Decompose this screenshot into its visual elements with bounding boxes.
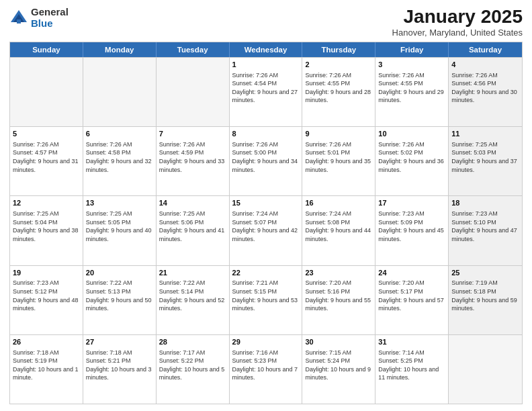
day-number: 7	[159, 129, 226, 139]
day-info: Sunrise: 7:24 AM Sunset: 5:07 PM Dayligh…	[232, 210, 300, 243]
logo-icon	[9, 9, 28, 28]
day-cell-10: 10Sunrise: 7:26 AM Sunset: 5:02 PM Dayli…	[375, 127, 449, 195]
day-cell-25: 25Sunrise: 7:19 AM Sunset: 5:18 PM Dayli…	[449, 266, 522, 334]
day-number: 10	[378, 129, 445, 139]
day-number: 21	[159, 268, 226, 278]
day-cell-31: 31Sunrise: 7:14 AM Sunset: 5:25 PM Dayli…	[375, 335, 449, 404]
day-cell-26: 26Sunrise: 7:18 AM Sunset: 5:19 PM Dayli…	[10, 335, 83, 404]
day-number: 16	[305, 198, 372, 208]
header-cell-monday: Monday	[83, 42, 157, 57]
day-cell-12: 12Sunrise: 7:25 AM Sunset: 5:04 PM Dayli…	[10, 196, 83, 265]
day-cell-7: 7Sunrise: 7:26 AM Sunset: 4:59 PM Daylig…	[157, 127, 230, 195]
logo-text: General Blue	[31, 7, 69, 29]
day-info: Sunrise: 7:20 AM Sunset: 5:17 PM Dayligh…	[378, 279, 445, 312]
day-info: Sunrise: 7:26 AM Sunset: 4:59 PM Dayligh…	[159, 140, 226, 174]
day-number: 20	[86, 268, 153, 278]
day-number: 2	[305, 60, 372, 70]
day-number: 5	[13, 129, 80, 139]
day-number: 3	[378, 60, 445, 70]
day-info: Sunrise: 7:21 AM Sunset: 5:15 PM Dayligh…	[232, 279, 300, 312]
day-number: 1	[232, 60, 300, 70]
day-info: Sunrise: 7:22 AM Sunset: 5:14 PM Dayligh…	[159, 279, 226, 312]
day-number: 13	[86, 198, 153, 208]
day-info: Sunrise: 7:26 AM Sunset: 4:56 PM Dayligh…	[451, 71, 519, 105]
day-number: 14	[159, 198, 226, 208]
day-number: 17	[378, 198, 445, 208]
day-info: Sunrise: 7:25 AM Sunset: 5:05 PM Dayligh…	[86, 210, 153, 243]
week-row-2: 5Sunrise: 7:26 AM Sunset: 4:57 PM Daylig…	[10, 126, 522, 195]
day-info: Sunrise: 7:18 AM Sunset: 5:21 PM Dayligh…	[86, 349, 153, 382]
day-cell-24: 24Sunrise: 7:20 AM Sunset: 5:17 PM Dayli…	[375, 266, 449, 334]
day-number: 9	[305, 129, 372, 139]
day-info: Sunrise: 7:25 AM Sunset: 5:03 PM Dayligh…	[451, 140, 519, 174]
header-cell-tuesday: Tuesday	[157, 42, 230, 57]
logo: General Blue	[9, 7, 69, 29]
day-cell-13: 13Sunrise: 7:25 AM Sunset: 5:05 PM Dayli…	[83, 196, 157, 265]
day-number: 28	[159, 337, 226, 347]
day-number: 23	[305, 268, 372, 278]
day-info: Sunrise: 7:26 AM Sunset: 5:02 PM Dayligh…	[378, 140, 445, 174]
day-info: Sunrise: 7:26 AM Sunset: 4:58 PM Dayligh…	[86, 140, 153, 174]
header-cell-friday: Friday	[375, 42, 449, 57]
day-info: Sunrise: 7:26 AM Sunset: 5:01 PM Dayligh…	[305, 140, 372, 174]
day-cell-16: 16Sunrise: 7:24 AM Sunset: 5:08 PM Dayli…	[302, 196, 375, 265]
day-cell-18: 18Sunrise: 7:23 AM Sunset: 5:10 PM Dayli…	[449, 196, 522, 265]
calendar-body: 1Sunrise: 7:26 AM Sunset: 4:54 PM Daylig…	[10, 57, 522, 404]
svg-rect-2	[17, 19, 21, 24]
day-cell-19: 19Sunrise: 7:23 AM Sunset: 5:12 PM Dayli…	[10, 266, 83, 334]
day-info: Sunrise: 7:26 AM Sunset: 4:55 PM Dayligh…	[378, 71, 445, 105]
logo-blue: Blue	[31, 18, 69, 30]
day-number: 15	[232, 198, 300, 208]
day-cell-29: 29Sunrise: 7:16 AM Sunset: 5:23 PM Dayli…	[230, 335, 303, 404]
day-info: Sunrise: 7:24 AM Sunset: 5:08 PM Dayligh…	[305, 210, 372, 243]
day-number: 29	[232, 337, 300, 347]
day-number: 19	[13, 268, 80, 278]
day-cell-empty	[449, 335, 522, 404]
day-cell-6: 6Sunrise: 7:26 AM Sunset: 4:58 PM Daylig…	[83, 127, 157, 195]
logo-general: General	[31, 7, 69, 18]
day-cell-23: 23Sunrise: 7:20 AM Sunset: 5:16 PM Dayli…	[302, 266, 375, 334]
day-number: 12	[13, 198, 80, 208]
day-info: Sunrise: 7:25 AM Sunset: 5:04 PM Dayligh…	[13, 210, 80, 243]
day-info: Sunrise: 7:26 AM Sunset: 4:54 PM Dayligh…	[232, 71, 300, 105]
day-info: Sunrise: 7:20 AM Sunset: 5:16 PM Dayligh…	[305, 279, 372, 312]
day-info: Sunrise: 7:26 AM Sunset: 4:55 PM Dayligh…	[305, 71, 372, 105]
day-info: Sunrise: 7:18 AM Sunset: 5:19 PM Dayligh…	[13, 349, 80, 382]
day-number: 27	[86, 337, 153, 347]
day-cell-5: 5Sunrise: 7:26 AM Sunset: 4:57 PM Daylig…	[10, 127, 83, 195]
day-cell-11: 11Sunrise: 7:25 AM Sunset: 5:03 PM Dayli…	[449, 127, 522, 195]
header-cell-thursday: Thursday	[302, 42, 375, 57]
header: General Blue January 2025 Hanover, Maryl…	[9, 7, 523, 38]
calendar-title: January 2025	[392, 7, 523, 28]
day-number: 8	[232, 129, 300, 139]
title-block: January 2025 Hanover, Maryland, United S…	[392, 7, 523, 38]
day-info: Sunrise: 7:23 AM Sunset: 5:12 PM Dayligh…	[13, 279, 80, 312]
day-info: Sunrise: 7:19 AM Sunset: 5:18 PM Dayligh…	[451, 279, 519, 312]
calendar-header: SundayMondayTuesdayWednesdayThursdayFrid…	[10, 42, 522, 57]
day-number: 6	[86, 129, 153, 139]
day-cell-17: 17Sunrise: 7:23 AM Sunset: 5:09 PM Dayli…	[375, 196, 449, 265]
day-info: Sunrise: 7:25 AM Sunset: 5:06 PM Dayligh…	[159, 210, 226, 243]
day-number: 25	[451, 268, 519, 278]
day-info: Sunrise: 7:26 AM Sunset: 4:57 PM Dayligh…	[13, 140, 80, 174]
day-number: 11	[451, 129, 519, 139]
day-cell-15: 15Sunrise: 7:24 AM Sunset: 5:07 PM Dayli…	[230, 196, 303, 265]
day-number: 31	[378, 337, 445, 347]
day-info: Sunrise: 7:23 AM Sunset: 5:09 PM Dayligh…	[378, 210, 445, 243]
header-cell-sunday: Sunday	[10, 42, 83, 57]
week-row-3: 12Sunrise: 7:25 AM Sunset: 5:04 PM Dayli…	[10, 195, 522, 265]
week-row-1: 1Sunrise: 7:26 AM Sunset: 4:54 PM Daylig…	[10, 57, 522, 126]
day-cell-2: 2Sunrise: 7:26 AM Sunset: 4:55 PM Daylig…	[302, 58, 375, 126]
week-row-4: 19Sunrise: 7:23 AM Sunset: 5:12 PM Dayli…	[10, 265, 522, 334]
week-row-5: 26Sunrise: 7:18 AM Sunset: 5:19 PM Dayli…	[10, 334, 522, 404]
day-cell-empty	[10, 58, 83, 126]
day-info: Sunrise: 7:26 AM Sunset: 5:00 PM Dayligh…	[232, 140, 300, 174]
day-number: 24	[378, 268, 445, 278]
day-cell-empty	[157, 58, 230, 126]
calendar: SundayMondayTuesdayWednesdayThursdayFrid…	[9, 42, 523, 404]
day-cell-27: 27Sunrise: 7:18 AM Sunset: 5:21 PM Dayli…	[83, 335, 157, 404]
day-number: 30	[305, 337, 372, 347]
day-info: Sunrise: 7:15 AM Sunset: 5:24 PM Dayligh…	[305, 349, 372, 382]
day-number: 4	[451, 60, 519, 70]
day-info: Sunrise: 7:22 AM Sunset: 5:13 PM Dayligh…	[86, 279, 153, 312]
